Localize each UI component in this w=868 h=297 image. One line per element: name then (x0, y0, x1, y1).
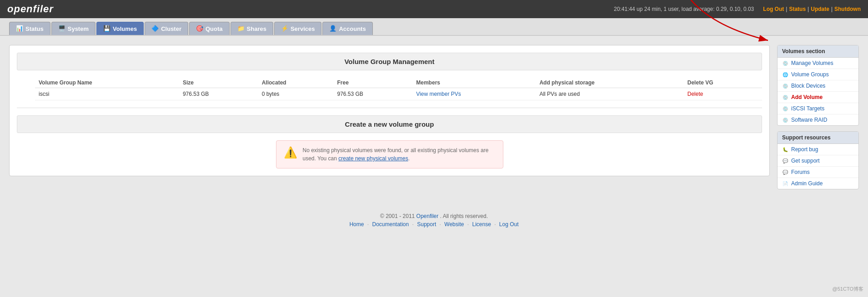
footer-brand-link[interactable]: Openfiler (416, 213, 439, 219)
sidebar-item-add-volume[interactable]: 💿 Add Volume (778, 92, 858, 103)
sidebar-item-admin-guide[interactable]: 📄 Admin Guide (778, 178, 858, 189)
create-vg-section: Create a new volume group ⚠️ No existing… (17, 115, 762, 168)
add-volume-label: Add Volume (791, 94, 823, 100)
sidebar-item-volume-groups[interactable]: 🌐 Volume Groups (778, 69, 858, 80)
footer: © 2001 - 2011 Openfiler . All rights res… (0, 204, 868, 237)
tab-services[interactable]: ⚡ Services (274, 22, 322, 35)
get-support-icon: 💬 (782, 158, 788, 164)
sidebar-item-get-support[interactable]: 💬 Get support (778, 155, 858, 167)
footer-docs-link[interactable]: Documentation (372, 221, 409, 228)
logout-link[interactable]: Log Out (763, 6, 784, 12)
manage-volumes-icon: 💿 (782, 60, 788, 66)
services-icon: ⚡ (281, 25, 288, 32)
footer-copyright: © 2001 - 2011 Openfiler . All rights res… (9, 213, 859, 219)
col-size: Size (179, 78, 258, 88)
volume-groups-icon: 🌐 (782, 71, 788, 78)
status-link[interactable]: Status (789, 6, 806, 12)
cluster-icon: 🔷 (151, 25, 159, 32)
vg-name-cell: iscsi (35, 88, 179, 100)
tab-status[interactable]: 📊 Status (9, 22, 50, 35)
admin-guide-label: Admin Guide (791, 180, 823, 187)
header: openfiler 20:41:44 up 24 min, 1 user, lo… (0, 0, 868, 18)
tab-volumes-label: Volumes (113, 25, 137, 32)
members-cell[interactable]: View member PVs (412, 88, 536, 100)
sidebar-item-software-raid[interactable]: 💿 Software RAID (778, 114, 858, 125)
logo-text: openfiler (7, 3, 54, 15)
footer-license-link[interactable]: License (472, 221, 491, 228)
tab-cluster[interactable]: 🔷 Cluster (145, 22, 188, 35)
tab-status-label: Status (25, 25, 44, 32)
footer-home-link[interactable]: Home (349, 221, 364, 228)
volumes-icon: 💾 (103, 25, 110, 32)
col-allocated: Allocated (258, 78, 334, 88)
footer-copyright-text: © 2001 - 2011 (380, 213, 416, 219)
allocated-cell: 0 bytes (258, 88, 334, 100)
nav: 📊 Status 🖥️ System 💾 Volumes 🔷 Cluster 🎯… (0, 18, 868, 36)
tab-shares[interactable]: 📁 Shares (231, 22, 273, 35)
system-icon: 🖥️ (58, 25, 65, 32)
forums-icon: 💬 (782, 169, 788, 175)
delete-vg-link[interactable]: Delete (687, 91, 703, 97)
iscsi-targets-icon: 💿 (782, 105, 788, 112)
alert-icon: ⚠️ (284, 146, 297, 159)
footer-rights: . All rights reserved. (440, 213, 488, 219)
logo: openfiler (7, 3, 54, 15)
shares-icon: 📁 (237, 25, 245, 32)
col-delete-vg: Delete VG (684, 78, 762, 88)
tab-volumes[interactable]: 💾 Volumes (96, 22, 144, 35)
volume-groups-label: Volume Groups (791, 71, 829, 78)
sidebar-item-iscsi-targets[interactable]: 💿 iSCSI Targets (778, 103, 858, 114)
tab-cluster-label: Cluster (161, 25, 181, 32)
add-volume-icon: 💿 (782, 94, 788, 100)
support-sidebar-section: Support resources 🐛 Report bug 💬 Get sup… (777, 131, 859, 189)
support-sidebar-title: Support resources (778, 132, 858, 144)
main: Volume Group Management Volume Group Nam… (0, 36, 868, 204)
tab-accounts-label: Accounts (339, 25, 366, 32)
forums-label: Forums (791, 169, 810, 175)
system-info: 20:41:44 up 24 min, 1 user, load average… (614, 6, 754, 12)
alert-box: ⚠️ No existing physical volumes were fou… (276, 140, 503, 168)
sidebar: Volumes section 💿 Manage Volumes 🌐 Volum… (777, 45, 859, 195)
create-vg-header: Create a new volume group (17, 115, 762, 133)
table-row: iscsi 976.53 GB 0 bytes 976.53 GB View m… (35, 88, 762, 100)
create-physical-volumes-link[interactable]: create new physical volumes (338, 155, 408, 162)
shutdown-link[interactable]: Shutdown (834, 6, 861, 12)
delete-cell[interactable]: Delete (684, 88, 762, 100)
sidebar-item-report-bug[interactable]: 🐛 Report bug (778, 144, 858, 155)
update-link[interactable]: Update (811, 6, 829, 12)
alert-text: No existing physical volumes were found,… (303, 146, 496, 163)
report-bug-icon: 🐛 (782, 146, 788, 153)
alert-suffix: . (408, 155, 410, 162)
accounts-icon: 👤 (329, 25, 336, 32)
view-member-pvs-link[interactable]: View member PVs (416, 91, 461, 97)
footer-logout-link[interactable]: Log Out (499, 221, 519, 228)
sidebar-item-block-devices[interactable]: 💿 Block Devices (778, 80, 858, 92)
admin-guide-icon: 📄 (782, 180, 788, 187)
sidebar-item-manage-volumes[interactable]: 💿 Manage Volumes (778, 58, 858, 69)
manage-volumes-label: Manage Volumes (791, 60, 833, 66)
col-members: Members (412, 78, 536, 88)
free-cell: 976.53 GB (334, 88, 413, 100)
section-divider (17, 108, 762, 108)
software-raid-label: Software RAID (791, 117, 827, 123)
col-free: Free (334, 78, 413, 88)
footer-website-link[interactable]: Website (444, 221, 464, 228)
quota-icon: 🎯 (196, 25, 203, 32)
volumes-sidebar-title: Volumes section (778, 45, 858, 58)
tab-system-label: System (68, 25, 89, 32)
footer-links: Home · Documentation · Support · Website… (9, 221, 859, 228)
vg-management-header: Volume Group Management (17, 53, 762, 70)
sidebar-item-forums[interactable]: 💬 Forums (778, 167, 858, 178)
header-links: Log Out | Status | Update | Shutdown (763, 6, 861, 12)
add-storage-cell: All PVs are used (536, 88, 683, 100)
tab-accounts[interactable]: 👤 Accounts (322, 22, 372, 35)
tab-shares-label: Shares (247, 25, 266, 32)
tab-system[interactable]: 🖥️ System (51, 22, 95, 35)
report-bug-label: Report bug (791, 146, 818, 153)
tab-quota[interactable]: 🎯 Quota (189, 22, 230, 35)
tab-services-label: Services (291, 25, 315, 32)
status-icon: 📊 (16, 25, 23, 32)
software-raid-icon: 💿 (782, 117, 788, 123)
footer-support-link[interactable]: Support (417, 221, 436, 228)
get-support-label: Get support (791, 158, 820, 164)
